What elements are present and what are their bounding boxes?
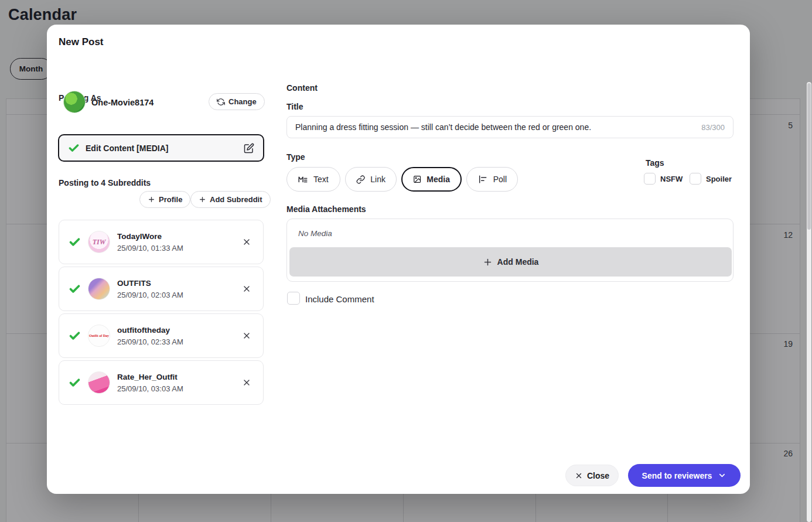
plus-icon xyxy=(483,257,493,267)
close-icon xyxy=(242,331,251,340)
username: One-Movie8174 xyxy=(91,98,153,107)
subreddit-name: Rate_Her_Outfit xyxy=(117,373,183,381)
edit-content-label: Edit Content [MEDIA] xyxy=(86,144,169,153)
no-media-text: No Media xyxy=(298,229,332,238)
scheduled-datetime: 25/09/10, 01:33 AM xyxy=(117,244,183,253)
chevron-down-icon xyxy=(718,471,726,480)
remove-subreddit-button[interactable] xyxy=(240,329,254,343)
add-media-button[interactable]: Add Media xyxy=(289,247,732,277)
plus-icon xyxy=(199,196,206,203)
subreddit-name: TodayIWore xyxy=(117,232,183,241)
link-icon xyxy=(356,175,365,185)
subreddit-avatar: Outfit of Day xyxy=(88,325,110,347)
approved-check-icon xyxy=(69,377,81,389)
spoiler-label: Spoiler xyxy=(706,175,732,183)
add-subreddit-label: Add Subreddit xyxy=(210,195,262,204)
subreddit-info: outfitoftheday 25/09/10, 02:33 AM xyxy=(117,326,183,346)
add-subreddit-button[interactable]: Add Subreddit xyxy=(190,191,271,208)
title-label: Title xyxy=(286,102,303,111)
send-label: Send to reviewers xyxy=(642,471,712,480)
user-avatar xyxy=(63,91,86,113)
subreddit-avatar xyxy=(88,371,110,394)
scheduled-datetime: 25/09/10, 03:03 AM xyxy=(117,384,183,393)
title-input[interactable] xyxy=(295,122,695,132)
remove-subreddit-button[interactable] xyxy=(240,376,254,390)
type-label: Type xyxy=(286,152,305,162)
char-counter: 83/300 xyxy=(701,123,725,132)
screen: Calendar Month 5 12 19 26 New Post Posti… xyxy=(0,0,812,522)
subreddit-card[interactable]: Outfit of Day outfitoftheday 25/09/10, 0… xyxy=(59,313,264,358)
type-link-label: Link xyxy=(370,175,385,184)
include-comment-checkbox[interactable] xyxy=(287,292,300,305)
type-text-label: Text xyxy=(313,175,329,184)
subreddit-name: outfitoftheday xyxy=(117,326,183,335)
type-poll-button[interactable]: Poll xyxy=(466,167,518,192)
tags-label: Tags xyxy=(646,158,664,168)
nsfw-label: NSFW xyxy=(660,175,683,183)
close-icon xyxy=(242,237,251,247)
type-media-label: Media xyxy=(427,175,450,184)
subreddit-info: TodayIWore 25/09/10, 01:33 AM xyxy=(117,232,183,253)
close-icon xyxy=(575,472,583,480)
media-attachments-box: No Media Add Media xyxy=(286,219,733,282)
poll-icon xyxy=(477,174,488,185)
avatar-text: Outfit of Day xyxy=(89,334,109,338)
subreddit-list: TIW TodayIWore 25/09/10, 01:33 AM OUTFIT… xyxy=(59,220,264,407)
type-link-button[interactable]: Link xyxy=(345,167,397,192)
content-heading: Content xyxy=(286,83,318,93)
subreddits-heading: Posting to 4 Subreddits xyxy=(59,178,151,187)
approved-check-icon xyxy=(69,330,81,342)
avatar-text: TIW xyxy=(93,238,106,247)
remove-subreddit-button[interactable] xyxy=(240,235,254,249)
change-account-button[interactable]: Change xyxy=(209,93,265,110)
refresh-icon xyxy=(217,98,225,106)
subreddit-card[interactable]: OUTFITS 25/09/10, 02:03 AM xyxy=(59,267,264,311)
change-label: Change xyxy=(228,97,257,106)
approved-check-icon xyxy=(69,236,81,248)
nsfw-checkbox[interactable] xyxy=(644,173,656,185)
close-icon xyxy=(242,378,251,387)
subreddit-avatar: TIW xyxy=(88,231,110,253)
title-field[interactable]: 83/300 xyxy=(286,116,733,138)
subreddit-info: OUTFITS 25/09/10, 02:03 AM xyxy=(117,279,183,299)
check-icon xyxy=(68,142,80,154)
spoiler-checkbox[interactable] xyxy=(690,173,701,185)
include-comment-label: Include Comment xyxy=(305,294,374,304)
close-label: Close xyxy=(587,471,609,480)
close-button[interactable]: Close xyxy=(565,465,619,486)
subreddit-name: OUTFITS xyxy=(117,279,183,288)
scheduled-datetime: 25/09/10, 02:03 AM xyxy=(117,291,183,299)
remove-subreddit-button[interactable] xyxy=(240,282,254,296)
new-post-modal: New Post Posting As One-Movie8174 Change… xyxy=(47,25,750,494)
edit-content-button[interactable]: Edit Content [MEDIA] xyxy=(58,134,264,162)
edit-icon xyxy=(244,143,254,153)
subreddit-card[interactable]: Rate_Her_Outfit 25/09/10, 03:03 AM xyxy=(59,360,264,405)
media-icon xyxy=(413,174,421,185)
approved-check-icon xyxy=(69,283,81,295)
scheduled-datetime: 25/09/10, 02:33 AM xyxy=(117,337,183,346)
scrollbar[interactable] xyxy=(807,82,811,522)
subreddit-info: Rate_Her_Outfit 25/09/10, 03:03 AM xyxy=(117,373,183,393)
profile-label: Profile xyxy=(159,195,182,204)
modal-title: New Post xyxy=(59,36,104,48)
type-text-button[interactable]: Text xyxy=(286,167,340,192)
text-icon xyxy=(298,174,308,185)
subreddit-avatar xyxy=(88,278,110,300)
type-poll-label: Poll xyxy=(493,175,507,184)
media-attachments-label: Media Attachements xyxy=(286,204,366,214)
add-profile-button[interactable]: Profile xyxy=(139,191,190,208)
subreddit-card[interactable]: TIW TodayIWore 25/09/10, 01:33 AM xyxy=(59,220,264,264)
scrollbar-thumb[interactable] xyxy=(807,83,811,230)
send-to-reviewers-button[interactable]: Send to reviewers xyxy=(628,464,741,487)
close-icon xyxy=(242,284,251,294)
type-media-button[interactable]: Media xyxy=(401,167,462,192)
plus-icon xyxy=(148,196,155,203)
add-media-label: Add Media xyxy=(497,257,539,267)
